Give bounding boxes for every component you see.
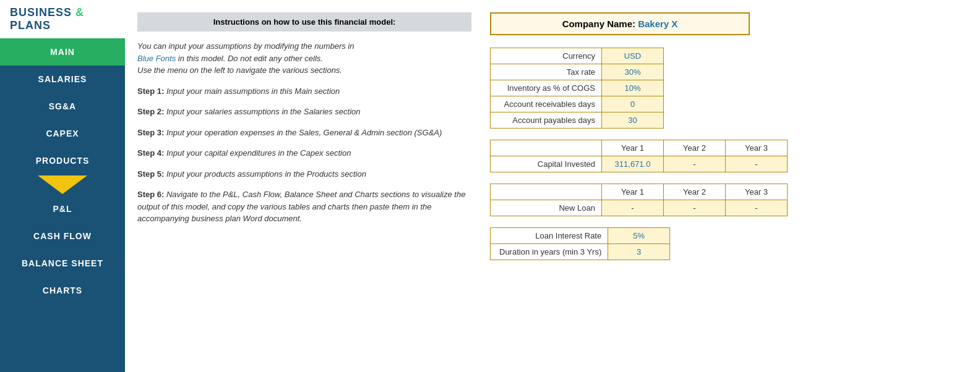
steps-container: Step 1: Input your main assumptions in t… [137, 85, 471, 225]
company-label: Company Name: [562, 19, 635, 29]
setting-value[interactable]: 30 [602, 112, 664, 129]
table-row: Inventory as % of COGS10% [491, 80, 664, 96]
loan-table: Year 1Year 2Year 3 New Loan--- [490, 184, 788, 216]
step-1: Step 1: Input your main assumptions in t… [137, 85, 471, 98]
step-text-5: Input your products assumptions in the P… [164, 169, 366, 179]
sidebar-item-p-l[interactable]: P&L [0, 195, 125, 222]
sidebar-item-sg-a[interactable]: SG&A [0, 93, 125, 120]
table-row: Account receivables days0 [491, 96, 664, 112]
loan-value[interactable]: - [726, 200, 788, 216]
loan-value[interactable]: - [602, 200, 664, 216]
step-label-5: Step 5: [137, 169, 164, 179]
company-header: Company Name: Bakery X [490, 12, 750, 35]
company-name: Bakery X [638, 19, 677, 29]
logo-text: BUSINESS & PLANS [10, 6, 115, 32]
capital-header-cell [491, 140, 602, 156]
table-row: Tax rate30% [491, 64, 664, 80]
setting-value[interactable]: 30% [602, 64, 664, 80]
loan-header-cell: Year 3 [726, 184, 788, 200]
loan-detail-label: Loan Interest Rate [491, 228, 608, 244]
setting-value[interactable]: 0 [602, 96, 664, 112]
capital-value[interactable]: - [664, 156, 726, 172]
settings-table: CurrencyUSDTax rate30%Inventory as % of … [490, 48, 664, 129]
loan-value[interactable]: - [664, 200, 726, 216]
nav-arrow-divider [0, 174, 125, 195]
capital-table: Year 1Year 2Year 3 Capital Invested311,6… [490, 140, 788, 172]
intro-line1: You can input your assumptions by modify… [137, 41, 354, 51]
loan-label: New Loan [491, 200, 602, 216]
loan-header-cell: Year 2 [664, 184, 726, 200]
logo: BUSINESS & PLANS [0, 0, 125, 38]
table-row: New Loan--- [491, 200, 788, 216]
step-6: Step 6: Navigate to the P&L, Cash Flow, … [137, 188, 471, 225]
instructions-body: You can input your assumptions by modify… [137, 40, 471, 77]
loan-header-row: Year 1Year 2Year 3 [491, 184, 788, 200]
step-label-2: Step 2: [137, 107, 164, 116]
arrow-down-icon [38, 175, 87, 194]
setting-label: Account payables days [491, 112, 602, 129]
capital-header-cell: Year 1 [602, 140, 664, 156]
sidebar-item-products[interactable]: PRODUCTS [0, 147, 125, 174]
loan-detail-label: Duration in years (min 3 Yrs) [491, 244, 608, 260]
setting-value[interactable]: USD [602, 48, 664, 64]
sidebar-item-balance-sheet[interactable]: BALANCE SHEET [0, 250, 125, 277]
step-text-3: Input your operation expenses in the Sal… [164, 128, 442, 137]
sidebar-item-main[interactable]: MAIN [0, 38, 125, 66]
capital-label: Capital Invested [491, 156, 602, 172]
setting-label: Account receivables days [491, 96, 602, 112]
loan-detail-value[interactable]: 5% [608, 228, 670, 244]
step-label-4: Step 4: [137, 148, 164, 158]
loan-details-table: Loan Interest Rate5%Duration in years (m… [490, 227, 670, 260]
capital-header-cell: Year 3 [726, 140, 788, 156]
step-2: Step 2: Input your salaries assumptions … [137, 106, 471, 118]
setting-label: Tax rate [491, 64, 602, 80]
step-3: Step 3: Input your operation expenses in… [137, 127, 471, 139]
sidebar-item-capex[interactable]: CAPEX [0, 120, 125, 147]
step-text-2: Input your salaries assumptions in the S… [164, 107, 360, 116]
step-label-6: Step 6: [137, 190, 164, 199]
step-label-1: Step 1: [137, 87, 164, 96]
nav-buttons: MAINSALARIESSG&ACAPEXPRODUCTSP&LCASH FLO… [0, 38, 125, 304]
capital-value[interactable]: 311,671.0 [602, 156, 664, 172]
step-text-4: Input your capital expenditures in the C… [164, 148, 351, 158]
step-label-3: Step 3: [137, 128, 164, 137]
setting-label: Currency [491, 48, 602, 64]
table-row: Account payables days30 [491, 112, 664, 129]
table-row: Loan Interest Rate5% [491, 228, 670, 244]
loan-header-cell [491, 184, 602, 200]
sidebar-item-cash-flow[interactable]: CASH FLOW [0, 222, 125, 250]
setting-label: Inventory as % of COGS [491, 80, 602, 96]
table-row: Duration in years (min 3 Yrs)3 [491, 244, 670, 260]
step-4: Step 4: Input your capital expenditures … [137, 147, 471, 159]
table-row: Capital Invested311,671.0-- [491, 156, 788, 172]
main-content: Instructions on how to use this financia… [125, 0, 980, 372]
step-5: Step 5: Input your products assumptions … [137, 168, 471, 180]
loan-detail-value[interactable]: 3 [608, 244, 670, 260]
sidebar-item-charts[interactable]: CHARTS [0, 277, 125, 304]
sidebar: BUSINESS & PLANS MAINSALARIESSG&ACAPEXPR… [0, 0, 125, 372]
table-row: CurrencyUSD [491, 48, 664, 64]
step-text-6: Navigate to the P&L, Cash Flow, Balance … [137, 190, 465, 223]
sidebar-item-salaries[interactable]: SALARIES [0, 66, 125, 93]
step-text-1: Input your main assumptions in this Main… [164, 87, 340, 96]
instructions-panel: Instructions on how to use this financia… [137, 12, 471, 360]
loan-header-cell: Year 1 [602, 184, 664, 200]
capital-header-row: Year 1Year 2Year 3 [491, 140, 788, 156]
capital-header-cell: Year 2 [664, 140, 726, 156]
data-panel: Company Name: Bakery X CurrencyUSDTax ra… [490, 12, 968, 360]
intro-line2: in this model. Do not edit any other cel… [176, 54, 323, 63]
instructions-header: Instructions on how to use this financia… [137, 12, 471, 32]
capital-value[interactable]: - [726, 156, 788, 172]
setting-value[interactable]: 10% [602, 80, 664, 96]
intro-line3: Use the menu on the left to navigate the… [137, 66, 342, 75]
blue-fonts-label: Blue Fonts [137, 54, 176, 63]
